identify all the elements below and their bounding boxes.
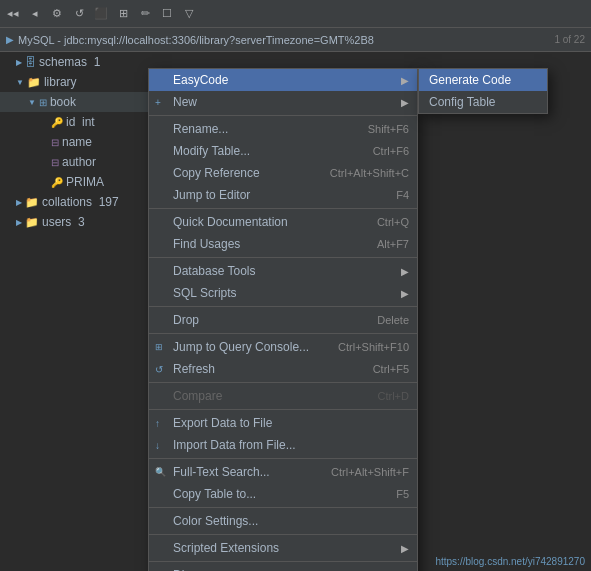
menu-item-quick-doc[interactable]: Quick Documentation Ctrl+Q	[149, 211, 417, 233]
tree-arrow-icon: ▶	[6, 34, 14, 45]
id-key-icon: 🔑	[51, 117, 63, 128]
menu-item-refresh[interactable]: ↺ Refresh Ctrl+F5	[149, 358, 417, 380]
export-icon: ↑	[155, 418, 160, 429]
toolbar-grid-btn[interactable]: ⊞	[114, 5, 132, 23]
tree-item-id[interactable]: 🔑 id int	[0, 112, 170, 132]
toolbar-stop-btn[interactable]: ⬛	[92, 5, 110, 23]
menu-item-find-usages[interactable]: Find Usages Alt+F7	[149, 233, 417, 255]
name-col-icon: ⊟	[51, 137, 59, 148]
menu-item-drop[interactable]: Drop Delete	[149, 309, 417, 331]
submenu-arrow-icon: ▶	[401, 288, 409, 299]
submenu-arrow-icon: ▶	[401, 266, 409, 277]
menu-item-new[interactable]: + New ▶	[149, 91, 417, 113]
menu-item-copy-table[interactable]: Copy Table to... F5	[149, 483, 417, 505]
author-col-icon: ⊟	[51, 157, 59, 168]
book-table-icon: ⊞	[39, 97, 47, 108]
jump-query-console-label: Jump to Query Console...	[173, 340, 309, 354]
menu-item-rename[interactable]: Rename... Shift+F6	[149, 118, 417, 140]
name-label: name	[62, 135, 92, 149]
menu-item-diagrams[interactable]: ⊞ Diagrams ▶	[149, 564, 417, 571]
menu-separator	[149, 409, 417, 410]
library-label: library	[44, 75, 77, 89]
toolbar-refresh-btn[interactable]: ↺	[70, 5, 88, 23]
submenu-item-config-table[interactable]: Config Table	[419, 91, 547, 113]
jump-editor-shortcut: F4	[396, 189, 409, 201]
import-icon: ↓	[155, 440, 160, 451]
new-icon: +	[155, 97, 161, 108]
copy-table-label: Copy Table to...	[173, 487, 256, 501]
menu-item-database-tools[interactable]: Database Tools ▶	[149, 260, 417, 282]
toolbar-settings-btn[interactable]: ⚙	[48, 5, 66, 23]
menu-item-fulltext-search[interactable]: 🔍 Full-Text Search... Ctrl+Alt+Shift+F	[149, 461, 417, 483]
menu-separator	[149, 458, 417, 459]
quick-doc-shortcut: Ctrl+Q	[377, 216, 409, 228]
submenu-item-generate-code[interactable]: Generate Code	[419, 69, 547, 91]
tree-collapse-icon: ▶	[16, 58, 22, 67]
tree-item-primary[interactable]: 🔑 PRIMA	[0, 172, 170, 192]
toolbar-filter-btn[interactable]: ▽	[180, 5, 198, 23]
primary-key-icon: 🔑	[51, 177, 63, 188]
tree-collapse-icon: ▶	[16, 218, 22, 227]
sql-scripts-label: SQL Scripts	[173, 286, 237, 300]
config-table-label: Config Table	[429, 95, 496, 109]
submenu-arrow-icon: ▶	[401, 75, 409, 86]
compare-label: Compare	[173, 389, 222, 403]
collations-icon: 📁	[25, 196, 39, 209]
database-tree: ▶ 🗄 schemas 1 ▼ 📁 library ▼ ⊞ book 🔑 id …	[0, 52, 170, 571]
menu-item-color-settings[interactable]: Color Settings...	[149, 510, 417, 532]
tree-item-schemas[interactable]: ▶ 🗄 schemas 1	[0, 52, 170, 72]
drop-label: Drop	[173, 313, 199, 327]
scripted-extensions-label: Scripted Extensions	[173, 541, 279, 555]
menu-item-modify-table[interactable]: Modify Table... Ctrl+F6	[149, 140, 417, 162]
fulltext-search-shortcut: Ctrl+Alt+Shift+F	[331, 466, 409, 478]
compare-shortcut: Ctrl+D	[378, 390, 409, 402]
menu-item-easycode[interactable]: EasyCode ▶	[149, 69, 417, 91]
generate-code-label: Generate Code	[429, 73, 511, 87]
menu-item-compare[interactable]: Compare Ctrl+D	[149, 385, 417, 407]
find-usages-label: Find Usages	[173, 237, 240, 251]
toolbar-prev-btn[interactable]: ◂	[26, 5, 44, 23]
rename-label: Rename...	[173, 122, 228, 136]
toolbar-console-btn[interactable]: ☐	[158, 5, 176, 23]
menu-item-jump-editor[interactable]: Jump to Editor F4	[149, 184, 417, 206]
menu-separator	[149, 534, 417, 535]
tree-item-users[interactable]: ▶ 📁 users 3	[0, 212, 170, 232]
copy-table-shortcut: F5	[396, 488, 409, 500]
quick-doc-label: Quick Documentation	[173, 215, 288, 229]
refresh-shortcut: Ctrl+F5	[373, 363, 409, 375]
easycode-label: EasyCode	[173, 73, 228, 87]
menu-item-sql-scripts[interactable]: SQL Scripts ▶	[149, 282, 417, 304]
menu-item-export-data[interactable]: ↑ Export Data to File	[149, 412, 417, 434]
menu-separator	[149, 115, 417, 116]
menu-item-jump-query-console[interactable]: ⊞ Jump to Query Console... Ctrl+Shift+F1…	[149, 336, 417, 358]
schemas-icon: 🗄	[25, 56, 36, 68]
tree-expand-icon: ▼	[16, 78, 24, 87]
modify-table-label: Modify Table...	[173, 144, 250, 158]
tree-item-book[interactable]: ▼ ⊞ book	[0, 92, 170, 112]
menu-separator	[149, 561, 417, 562]
id-label: id int	[66, 115, 95, 129]
console-icon: ⊞	[155, 342, 163, 352]
toolbar-edit-btn[interactable]: ✏	[136, 5, 154, 23]
tree-item-author[interactable]: ⊟ author	[0, 152, 170, 172]
author-label: author	[62, 155, 96, 169]
jump-editor-label: Jump to Editor	[173, 188, 250, 202]
page-number: 1 of 22	[554, 34, 585, 45]
search-icon: 🔍	[155, 467, 166, 477]
collations-label: collations 197	[42, 195, 119, 209]
menu-item-copy-reference[interactable]: Copy Reference Ctrl+Alt+Shift+C	[149, 162, 417, 184]
tree-item-name[interactable]: ⊟ name	[0, 132, 170, 152]
menu-separator	[149, 208, 417, 209]
menu-separator	[149, 382, 417, 383]
tree-item-collations[interactable]: ▶ 📁 collations 197	[0, 192, 170, 212]
menu-item-import-data[interactable]: ↓ Import Data from File...	[149, 434, 417, 456]
refresh-label: Refresh	[173, 362, 215, 376]
refresh-icon: ↺	[155, 364, 163, 375]
toolbar-back-btn[interactable]: ◂◂	[4, 5, 22, 23]
db-connection-bar: ▶ MySQL - jdbc:mysql://localhost:3306/li…	[0, 28, 591, 52]
find-usages-shortcut: Alt+F7	[377, 238, 409, 250]
menu-item-scripted-extensions[interactable]: Scripted Extensions ▶	[149, 537, 417, 559]
submenu-arrow-icon: ▶	[401, 97, 409, 108]
jump-query-console-shortcut: Ctrl+Shift+F10	[338, 341, 409, 353]
tree-item-library[interactable]: ▼ 📁 library	[0, 72, 170, 92]
